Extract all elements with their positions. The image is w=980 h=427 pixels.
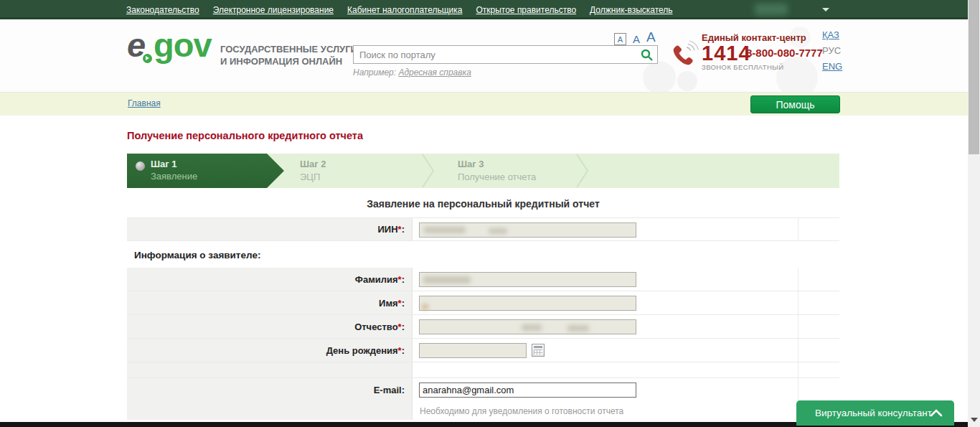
surname-input [419, 272, 636, 287]
portal-search [353, 45, 658, 64]
step-2: Шаг 2 ЭЦП [300, 159, 326, 182]
redacted-value [424, 227, 466, 233]
contact-long-number: 8-800-080-7777 [746, 47, 823, 59]
phone-icon [669, 38, 700, 70]
dropdown-caret-icon[interactable] [822, 8, 829, 11]
top-nav-links: Законодательство Электронное лицензирова… [126, 0, 673, 19]
scrollbar-thumb[interactable] [969, 0, 979, 154]
applicant-section-header: Информация о заявителе: [127, 242, 839, 268]
name-input [419, 296, 636, 311]
redacted-value [423, 276, 471, 283]
iin-input [419, 222, 636, 238]
top-navigation-bar: Законодательство Электронное лицензирова… [0, 0, 968, 19]
language-switcher: ҚАЗ РУС ENG [822, 29, 842, 72]
email-input[interactable] [419, 383, 636, 398]
scroll-down-icon[interactable] [971, 418, 978, 422]
lang-kaz-link[interactable]: ҚАЗ [822, 29, 842, 40]
redacted-value [422, 304, 428, 309]
search-example-link[interactable]: Адресная справка [398, 67, 471, 78]
nav-link-open-government[interactable]: Открытое правительство [476, 5, 576, 15]
search-input[interactable] [354, 46, 639, 63]
egov-logo-dot-icon [143, 54, 152, 63]
redacted-value [567, 325, 589, 332]
redacted-value [522, 324, 542, 331]
step-separator-chevron-icon [575, 154, 590, 188]
chevron-up-icon [930, 408, 943, 417]
form-row-iin: ИИН*: [127, 217, 839, 241]
scrollbar[interactable] [968, 0, 980, 427]
step-separator-chevron-icon [421, 154, 435, 188]
help-button[interactable]: Помощь [750, 95, 840, 113]
form-row-email: E-mail: [127, 378, 839, 402]
form-title: Заявление на персональный кредитный отче… [127, 198, 839, 210]
page: Законодательство Электронное лицензирова… [0, 0, 980, 427]
nav-link-legislation[interactable]: Законодательство [126, 5, 199, 15]
contact-short-number: 1414 [702, 42, 751, 65]
patronymic-input [419, 319, 636, 334]
contact-free-call-note: ЗВОНОК БЕСПЛАТНЫЙ [702, 63, 783, 71]
font-size-small-button[interactable]: A [614, 33, 626, 45]
virtual-consultant-bar[interactable]: Виртуальный консультант [796, 400, 954, 426]
search-example: Например: Адресная справка [353, 67, 471, 78]
search-icon[interactable] [641, 49, 653, 61]
lang-rus-link[interactable]: РУС [822, 45, 842, 56]
wizard-steps: Шаг 1 Заявление Шаг 2 ЭЦП Шаг 3 Получени… [127, 154, 839, 188]
redacted-username [755, 4, 788, 15]
calendar-icon[interactable] [532, 344, 545, 357]
logo-tagline: ГОСУДАРСТВЕННЫЕ УСЛУГИ И ИНФОРМАЦИЯ ОНЛА… [220, 43, 357, 67]
nav-link-debtor[interactable]: Должник-взыскатель [590, 5, 672, 15]
form-row-patronymic: Отчество*: [127, 315, 839, 339]
decor-circle [677, 71, 697, 91]
nav-link-taxpayer-cabinet[interactable]: Кабинет налогоплательщика [347, 5, 462, 15]
step-icon [136, 161, 145, 171]
step-3: Шаг 3 Получение отчета [458, 159, 536, 182]
page-title: Получение персонального кредитного отчет… [127, 130, 363, 141]
form-row-name: Имя*: [127, 291, 839, 315]
lang-eng-link[interactable]: ENG [822, 61, 842, 72]
egov-logo-gov[interactable]: gov [154, 28, 212, 62]
email-note: Необходимо для уведомления о готовности … [420, 406, 623, 416]
virtual-consultant-label: Виртуальный консультант [815, 408, 932, 418]
form-row-surname: Фамилия*: [127, 268, 839, 291]
font-size-medium-button[interactable]: A [633, 33, 640, 45]
form-row-birthday: День рождения*: [127, 339, 839, 362]
breadcrumb-home-link[interactable]: Главная [128, 98, 161, 108]
step-1-active: Шаг 1 Заявление [127, 154, 285, 188]
form-row-spacer [127, 362, 839, 378]
nav-link-e-licensing[interactable]: Электронное лицензирование [213, 5, 334, 15]
font-size-controls: A A A [614, 25, 659, 45]
redacted-value [489, 228, 507, 234]
breadcrumb-bar: Главная Помощь [0, 92, 968, 116]
font-size-large-button[interactable]: A [646, 29, 656, 45]
header: e gov ГОСУДАРСТВЕННЫЕ УСЛУГИ И ИНФОРМАЦИ… [0, 19, 968, 92]
birthday-input [419, 343, 527, 358]
form-row-email-note: Необходимо для уведомления о готовности … [127, 402, 839, 420]
